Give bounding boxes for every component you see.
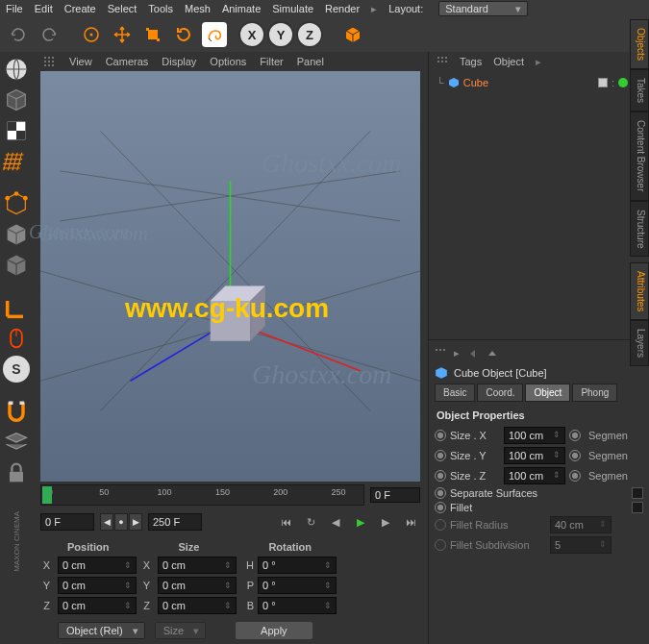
menu-mesh[interactable]: Mesh (185, 3, 211, 14)
vp-menu-cameras[interactable]: Cameras (106, 56, 149, 67)
poly-icon[interactable] (3, 190, 30, 217)
s-sphere-icon[interactable]: S (3, 356, 30, 383)
start-frame-field[interactable]: 0 F (40, 513, 94, 531)
axis-y-button[interactable]: Y (267, 21, 294, 48)
end-frame-field[interactable]: 250 F (148, 513, 202, 531)
cube-wire-icon[interactable] (3, 87, 30, 113)
move-icon[interactable] (110, 22, 135, 47)
coord-mode-dropdown[interactable]: Object (Rel) (58, 622, 145, 639)
tab-object[interactable]: Object (525, 384, 570, 402)
grid-dots-icon[interactable] (437, 56, 448, 67)
tab-tags[interactable]: Tags (460, 56, 482, 67)
mouse-icon[interactable] (3, 325, 30, 352)
lock-icon[interactable] (3, 459, 30, 486)
playhead[interactable] (42, 486, 52, 504)
globe-icon[interactable] (3, 56, 30, 83)
radio-icon[interactable] (435, 470, 446, 482)
timeline-ruler[interactable]: 0 50 100 150 200 250 (40, 484, 364, 506)
pos-z-field[interactable]: 0 cm (58, 597, 137, 614)
mesh-grid-icon[interactable] (3, 148, 30, 175)
menu-edit[interactable]: Edit (35, 3, 53, 14)
vp-menu-panel[interactable]: Panel (297, 56, 324, 67)
loop-icon[interactable]: ↻ (301, 512, 320, 532)
play-button[interactable]: ▶ (351, 512, 370, 532)
pos-y-field[interactable]: 0 cm (58, 577, 137, 594)
menu-render[interactable]: Render (325, 3, 360, 14)
3d-viewport[interactable]: Ghostxx.com Ghostxx.com (40, 71, 420, 482)
radio-icon[interactable] (435, 502, 446, 513)
workplane-icon[interactable] (3, 429, 30, 456)
layer-swatch-icon[interactable] (598, 78, 608, 87)
object-tree[interactable]: └ Cube : (429, 71, 649, 94)
radio-icon[interactable] (435, 487, 446, 499)
tab-phong[interactable]: Phong (572, 384, 617, 402)
goto-end-icon[interactable]: ⏭ (401, 512, 420, 532)
menu-simulate[interactable]: Simulate (272, 3, 313, 14)
radio-icon[interactable] (569, 430, 581, 441)
tree-item-cube[interactable]: └ Cube : (437, 77, 641, 88)
up-icon[interactable] (487, 348, 498, 359)
size-mode-dropdown[interactable]: Size (155, 622, 206, 639)
menu-tools[interactable]: Tools (148, 3, 173, 14)
back-icon[interactable] (467, 348, 479, 359)
checkbox[interactable] (632, 502, 643, 513)
axis-z-button[interactable]: Z (296, 21, 323, 48)
next-frame-icon[interactable]: ▶ (376, 512, 395, 532)
pos-x-field[interactable]: 0 cm (58, 557, 137, 574)
model-mode-icon[interactable] (3, 221, 30, 248)
radio-icon[interactable] (569, 470, 581, 482)
undo-icon[interactable] (6, 22, 31, 47)
col-position: Position (67, 541, 109, 553)
grid-dots-icon[interactable] (42, 55, 56, 68)
grid-dots-icon[interactable] (435, 348, 446, 359)
size-z-field[interactable]: 100 cm (504, 467, 565, 484)
radio-icon[interactable] (569, 450, 581, 461)
vp-menu-display[interactable]: Display (162, 56, 196, 67)
layout-dropdown[interactable]: Standard (438, 1, 528, 16)
tab-object[interactable]: Object (493, 56, 524, 67)
prev-frame-icon[interactable]: ◀ (326, 512, 345, 532)
tab-basic[interactable]: Basic (435, 384, 475, 402)
vp-menu-filter[interactable]: Filter (260, 56, 283, 67)
current-frame-field[interactable]: 0 F (370, 487, 420, 503)
side-tab-takes[interactable]: Takes (630, 69, 649, 111)
lasso-icon[interactable] (202, 22, 227, 47)
tab-coord[interactable]: Coord. (477, 384, 523, 402)
axis-icon[interactable] (3, 294, 30, 321)
size-y-field[interactable]: 0 cm (158, 577, 237, 594)
side-tab-structure[interactable]: Structure (630, 201, 649, 258)
live-select-icon[interactable] (79, 22, 104, 47)
rot-h-field[interactable]: 0 ° (258, 557, 337, 574)
size-x-field[interactable]: 100 cm (504, 427, 565, 444)
magnet-icon[interactable] (3, 398, 30, 425)
axis-x-button[interactable]: X (238, 21, 265, 48)
size-x-field[interactable]: 0 cm (158, 557, 237, 574)
cube-primitive-icon[interactable] (340, 22, 365, 47)
vp-menu-options[interactable]: Options (210, 56, 246, 67)
rot-p-field[interactable]: 0 ° (258, 577, 337, 594)
radio-icon[interactable] (435, 430, 446, 441)
checkbox[interactable] (632, 487, 643, 499)
frame-spinner[interactable]: ◀●▶ (100, 513, 142, 531)
menu-file[interactable]: File (6, 3, 23, 14)
rot-b-field[interactable]: 0 ° (258, 597, 337, 614)
side-tab-objects[interactable]: Objects (630, 19, 649, 69)
scale-icon[interactable] (140, 22, 165, 47)
cube-solid-icon[interactable] (3, 252, 30, 279)
checker-icon[interactable] (3, 117, 30, 144)
redo-icon[interactable] (37, 22, 62, 47)
radio-icon[interactable] (435, 450, 446, 461)
menu-create[interactable]: Create (64, 3, 96, 14)
vp-menu-view[interactable]: View (69, 56, 92, 67)
side-tab-attributes[interactable]: Attributes (630, 262, 649, 320)
visibility-dot-icon[interactable] (618, 78, 628, 87)
rotate-icon[interactable] (171, 22, 196, 47)
menu-animate[interactable]: Animate (222, 3, 261, 14)
side-tab-layers[interactable]: Layers (630, 320, 649, 366)
menu-select[interactable]: Select (108, 3, 137, 14)
goto-start-icon[interactable]: ⏮ (276, 512, 295, 532)
size-z-field[interactable]: 0 cm (158, 597, 237, 614)
side-tab-content[interactable]: Content Browser (630, 111, 649, 200)
size-y-field[interactable]: 100 cm (504, 447, 565, 464)
apply-button[interactable]: Apply (235, 621, 313, 640)
